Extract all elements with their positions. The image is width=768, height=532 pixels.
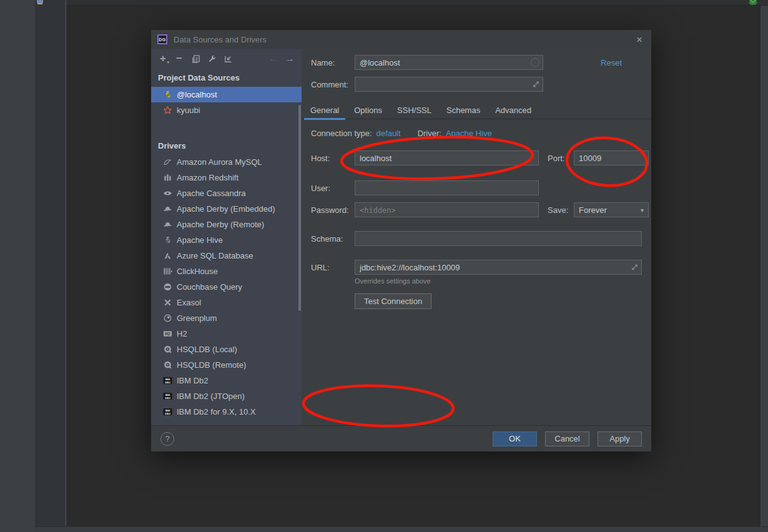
data-sources-dialog: DG Data Sources and Drivers × +▾ − ← xyxy=(151,30,651,451)
data-source-label: @localhost xyxy=(177,90,217,99)
form-tabs: GeneralOptionsSSH/SSLSchemasAdvanced xyxy=(302,101,651,119)
driver-item[interactable]: H2H2 xyxy=(151,326,302,342)
add-icon[interactable]: +▾ xyxy=(155,52,171,66)
greenplum-icon xyxy=(162,313,172,323)
aurora-mysql-icon xyxy=(162,157,172,167)
data-source-item[interactable]: @localhost xyxy=(151,87,302,102)
driver-label: Apache Derby (Remote) xyxy=(177,220,264,229)
driver-label: HSQLDB (Local) xyxy=(177,345,237,354)
driver-item[interactable]: Apache Cassandra xyxy=(151,185,302,201)
driver-item[interactable]: Exasol xyxy=(151,295,302,310)
host-input[interactable] xyxy=(355,150,539,165)
hsqldb-icon xyxy=(162,360,172,370)
close-icon[interactable]: × xyxy=(634,34,645,45)
dialog-footer: ? OK Cancel Apply xyxy=(151,425,651,451)
driver-label: Apache Cassandra xyxy=(177,189,246,198)
driver-label: IBM Db2 (JTOpen) xyxy=(177,392,245,401)
host-label: Host: xyxy=(311,154,355,163)
azure-icon xyxy=(162,251,172,261)
exasol-icon xyxy=(162,298,172,308)
connection-type-label: Connection type: xyxy=(311,129,372,138)
name-label: Name: xyxy=(311,58,355,67)
driver-item[interactable]: HSQLDB (Local) xyxy=(151,342,302,357)
apply-button[interactable]: Apply xyxy=(598,431,642,446)
driver-item[interactable]: Azure SQL Database xyxy=(151,248,302,264)
sources-panel: +▾ − ← → Project Data Sources @localhost… xyxy=(151,49,302,425)
status-bar xyxy=(35,526,768,532)
datagrip-icon: DG xyxy=(157,34,167,44)
driver-item[interactable]: IBMDB2IBM Db2 xyxy=(151,373,302,388)
import-icon[interactable] xyxy=(220,52,236,66)
derby-icon xyxy=(162,220,172,230)
ok-button[interactable]: OK xyxy=(493,431,537,446)
driver-item[interactable]: Apache Derby (Embedded) xyxy=(151,201,302,217)
dialog-titlebar: DG Data Sources and Drivers × xyxy=(151,30,651,49)
save-dropdown-value: Forever xyxy=(579,205,607,215)
connection-type-row: Connection type: default Driver: Apache … xyxy=(311,129,492,138)
editor-tab-strip xyxy=(66,0,768,6)
user-input[interactable] xyxy=(355,180,539,195)
h2-icon: H2 xyxy=(162,329,172,339)
chevron-down-icon: ▾ xyxy=(641,207,644,214)
cassandra-icon xyxy=(162,189,172,199)
port-input[interactable] xyxy=(574,150,649,165)
tab-schemas[interactable]: Schemas xyxy=(440,101,486,119)
driver-item[interactable]: Greenplum xyxy=(151,310,302,326)
driver-label: Amazon Redshift xyxy=(177,173,239,182)
wrench-icon[interactable] xyxy=(204,52,220,66)
back-arrow-icon[interactable]: ← xyxy=(265,52,282,66)
comment-input[interactable] xyxy=(355,77,543,92)
driver-item[interactable]: ClickHouse xyxy=(151,264,302,279)
driver-item[interactable]: Couchbase Query xyxy=(151,279,302,295)
forward-arrow-icon[interactable]: → xyxy=(282,52,298,66)
password-input[interactable] xyxy=(355,202,539,217)
driver-link[interactable]: Apache Hive xyxy=(446,129,492,138)
data-source-item[interactable]: kyuubi xyxy=(151,102,302,118)
duplicate-icon[interactable] xyxy=(187,52,204,66)
file-tab-icon[interactable] xyxy=(37,0,43,3)
driver-label: ClickHouse xyxy=(177,267,218,276)
svg-text:DB2: DB2 xyxy=(165,412,170,415)
name-status-circle-icon xyxy=(531,58,539,67)
reset-link[interactable]: Reset xyxy=(601,58,622,67)
save-dropdown[interactable]: Forever ▾ xyxy=(574,202,649,217)
connection-type-link[interactable]: default xyxy=(377,129,401,138)
driver-item[interactable]: HSQLDB (Remote) xyxy=(151,357,302,373)
tab-options[interactable]: Options xyxy=(348,101,388,119)
project-panel-edge xyxy=(35,0,66,526)
driver-item[interactable]: IBMDB2IBM Db2 (JTOpen) xyxy=(151,388,302,404)
help-icon[interactable]: ? xyxy=(160,432,174,446)
remove-icon[interactable]: − xyxy=(171,52,187,66)
url-input[interactable] xyxy=(355,260,642,275)
driver-label: Couchbase Query xyxy=(177,282,242,292)
url-label: URL: xyxy=(311,263,355,272)
driver-label: Exasol xyxy=(177,298,201,307)
dialog-title: Data Sources and Drivers xyxy=(174,35,267,44)
db2-icon: IBMDB2 xyxy=(162,376,172,386)
drivers-scrollbar[interactable] xyxy=(298,105,301,311)
driver-item[interactable]: Amazon Aurora MySQL xyxy=(151,154,302,170)
driver-label: Apache Hive xyxy=(177,235,223,245)
tab-general[interactable]: General xyxy=(304,101,345,119)
expand-icon[interactable] xyxy=(631,264,638,271)
db2-icon: IBMDB2 xyxy=(162,392,172,401)
svg-text:H2: H2 xyxy=(165,332,170,336)
driver-item[interactable]: Apache Hive xyxy=(151,232,302,248)
driver-item[interactable]: Amazon Redshift xyxy=(151,170,302,185)
driver-label: Azure SQL Database xyxy=(177,251,253,260)
hsqldb-icon xyxy=(162,345,172,355)
tab-advanced[interactable]: Advanced xyxy=(489,101,538,119)
green-chevron-down-icon[interactable] xyxy=(747,0,759,6)
connection-form: Name: Reset Comment: GeneralOptionsSSH/S… xyxy=(302,49,651,425)
cancel-button[interactable]: Cancel xyxy=(545,431,589,446)
driver-label: Apache Derby (Embedded) xyxy=(177,204,275,214)
drivers-header: Drivers xyxy=(158,141,186,150)
tab-ssh-ssl[interactable]: SSH/SSL xyxy=(391,101,438,119)
schema-input[interactable] xyxy=(355,231,642,246)
redshift-icon xyxy=(162,173,172,183)
test-connection-button[interactable]: Test Connection xyxy=(355,293,431,309)
driver-item[interactable]: IBMDB2IBM Db2 for 9.X, 10.X xyxy=(151,404,302,420)
driver-item[interactable]: Apache Derby (Remote) xyxy=(151,217,302,232)
name-input[interactable] xyxy=(355,55,543,70)
expand-icon[interactable] xyxy=(533,81,539,88)
